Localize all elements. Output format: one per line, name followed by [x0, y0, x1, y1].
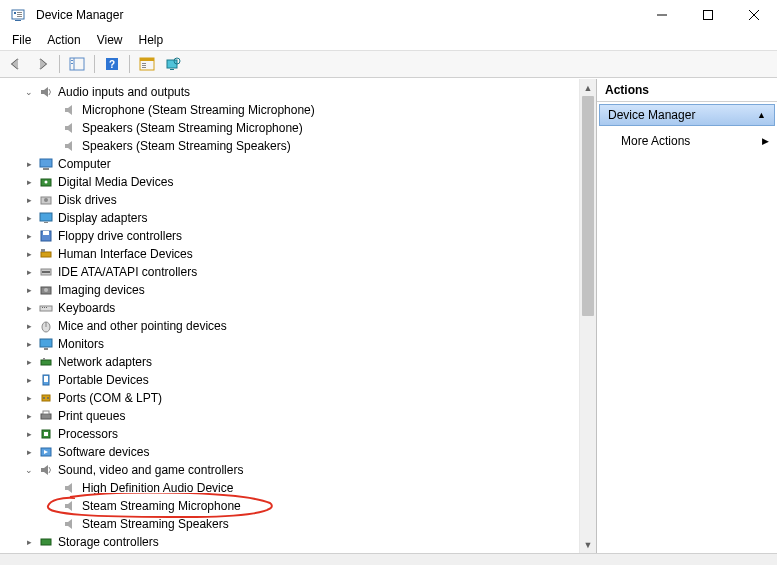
svg-rect-46 — [40, 339, 52, 347]
chevron-down-icon[interactable]: ⌄ — [22, 83, 36, 101]
titlebar: Device Manager — [0, 0, 777, 30]
chevron-right-icon[interactable]: ▸ — [22, 533, 36, 551]
svg-rect-12 — [71, 60, 73, 61]
chevron-right-icon[interactable]: ▸ — [22, 443, 36, 461]
menu-help[interactable]: Help — [131, 31, 172, 49]
tree-item-ide[interactable]: ▸ IDE ATA/ATAPI controllers — [8, 263, 596, 281]
svg-rect-1 — [15, 20, 21, 21]
toolbar-separator — [59, 55, 60, 73]
svg-rect-55 — [41, 414, 51, 419]
svg-rect-33 — [43, 231, 49, 235]
menu-file[interactable]: File — [4, 31, 39, 49]
tree-item-computer[interactable]: ▸ Computer — [8, 155, 596, 173]
camera-icon — [38, 282, 54, 298]
tree-label: Computer — [58, 155, 111, 173]
chevron-right-icon[interactable]: ▸ — [22, 407, 36, 425]
storage-icon — [38, 534, 54, 550]
scan-button[interactable] — [161, 53, 185, 75]
chevron-right-icon[interactable]: ▸ — [22, 335, 36, 353]
tree-label: Imaging devices — [58, 281, 145, 299]
tree-item-monitors[interactable]: ▸ Monitors — [8, 335, 596, 353]
tree-item-floppy[interactable]: ▸ Floppy drive controllers — [8, 227, 596, 245]
tree-item-imaging[interactable]: ▸ Imaging devices — [8, 281, 596, 299]
chevron-right-icon[interactable]: ▸ — [22, 371, 36, 389]
chevron-right-icon[interactable]: ▸ — [22, 389, 36, 407]
chevron-right-icon[interactable]: ▸ — [22, 245, 36, 263]
tree-item-mice[interactable]: ▸ Mice and other pointing devices — [8, 317, 596, 335]
svg-rect-5 — [17, 16, 22, 17]
svg-rect-18 — [142, 63, 146, 64]
scroll-thumb[interactable] — [582, 96, 594, 316]
svg-point-39 — [44, 288, 48, 292]
tree-item-digital-media[interactable]: ▸ Digital Media Devices — [8, 173, 596, 191]
tree-item-hid[interactable]: ▸ Human Interface Devices — [8, 245, 596, 263]
chevron-right-icon[interactable]: ▸ — [22, 209, 36, 227]
menu-action[interactable]: Action — [39, 31, 88, 49]
tree-item-microphone-ssm[interactable]: ▸ Microphone (Steam Streaming Microphone… — [8, 101, 596, 119]
chevron-right-icon[interactable]: ▸ — [22, 227, 36, 245]
tree-item-display-adapters[interactable]: ▸ Display adapters — [8, 209, 596, 227]
maximize-button[interactable] — [685, 0, 731, 30]
chevron-down-icon[interactable]: ⌄ — [22, 461, 36, 479]
chevron-right-icon[interactable]: ▸ — [22, 173, 36, 191]
chevron-right-icon[interactable]: ▸ — [22, 263, 36, 281]
minimize-button[interactable] — [639, 0, 685, 30]
chevron-right-icon[interactable]: ▸ — [22, 281, 36, 299]
display-icon — [38, 210, 54, 226]
toolbar: ? — [0, 50, 777, 78]
svg-rect-7 — [704, 11, 713, 20]
chevron-right-icon[interactable]: ▸ — [22, 191, 36, 209]
chevron-right-icon[interactable]: ▸ — [22, 353, 36, 371]
tree-item-ports[interactable]: ▸ Ports (COM & LPT) — [8, 389, 596, 407]
tree-item-network[interactable]: ▸ Network adapters — [8, 353, 596, 371]
properties-button[interactable] — [135, 53, 159, 75]
svg-text:?: ? — [109, 59, 115, 70]
actions-header: Actions — [597, 79, 777, 102]
close-button[interactable] — [731, 0, 777, 30]
tree-item-print-queues[interactable]: ▸ Print queues — [8, 407, 596, 425]
svg-rect-47 — [44, 348, 48, 350]
tree-item-keyboards[interactable]: ▸ Keyboards — [8, 299, 596, 317]
tree-item-steam-spk[interactable]: ▸ Steam Streaming Speakers — [8, 515, 596, 533]
keyboard-icon — [38, 300, 54, 316]
tree-item-portable[interactable]: ▸ Portable Devices — [8, 371, 596, 389]
show-hide-tree-button[interactable] — [65, 53, 89, 75]
svg-rect-60 — [41, 539, 51, 545]
help-button[interactable]: ? — [100, 53, 124, 75]
forward-button[interactable] — [30, 53, 54, 75]
svg-rect-24 — [40, 159, 52, 167]
chevron-right-icon[interactable]: ▸ — [22, 317, 36, 335]
svg-rect-34 — [41, 252, 51, 257]
tree-item-steam-mic[interactable]: ▸ Steam Streaming Microphone — [8, 497, 596, 515]
menu-view[interactable]: View — [89, 31, 131, 49]
tree-item-sound-video[interactable]: ⌄ Sound, video and game controllers — [8, 461, 596, 479]
tree-item-audio-inputs[interactable]: ⌄ Audio inputs and outputs — [8, 83, 596, 101]
tree-pane: ⌄ Audio inputs and outputs ▸ Microphone … — [0, 79, 597, 553]
tree-label: Steam Streaming Microphone — [82, 497, 241, 515]
tree-item-speakers-sss[interactable]: ▸ Speakers (Steam Streaming Speakers) — [8, 137, 596, 155]
tree-scrollbar[interactable]: ▲ ▼ — [579, 79, 596, 553]
tree-item-software-devices[interactable]: ▸ Software devices — [8, 443, 596, 461]
svg-rect-19 — [142, 65, 146, 66]
chevron-right-icon[interactable]: ▸ — [22, 155, 36, 173]
actions-pane: Actions Device Manager ▲ More Actions ▶ — [597, 79, 777, 553]
chevron-right-icon[interactable]: ▸ — [22, 425, 36, 443]
svg-rect-4 — [17, 14, 22, 15]
back-button[interactable] — [4, 53, 28, 75]
svg-point-27 — [45, 181, 48, 184]
scroll-up-button[interactable]: ▲ — [580, 79, 596, 96]
tree-item-disk-drives[interactable]: ▸ Disk drives — [8, 191, 596, 209]
tree-item-speakers-ssm[interactable]: ▸ Speakers (Steam Streaming Microphone) — [8, 119, 596, 137]
tree-label: Software devices — [58, 443, 149, 461]
scroll-down-button[interactable]: ▼ — [580, 536, 596, 553]
tree-item-hd-audio[interactable]: ▸ High Definition Audio Device — [8, 479, 596, 497]
tree-item-processors[interactable]: ▸ Processors — [8, 425, 596, 443]
actions-item-more[interactable]: More Actions ▶ — [597, 128, 777, 154]
svg-point-53 — [43, 397, 45, 399]
chevron-right-icon[interactable]: ▸ — [22, 299, 36, 317]
media-icon — [38, 174, 54, 190]
tree-item-storage[interactable]: ▸ Storage controllers — [8, 533, 596, 551]
cpu-icon — [38, 426, 54, 442]
app-icon — [10, 7, 26, 23]
actions-section-device-manager[interactable]: Device Manager ▲ — [599, 104, 775, 126]
